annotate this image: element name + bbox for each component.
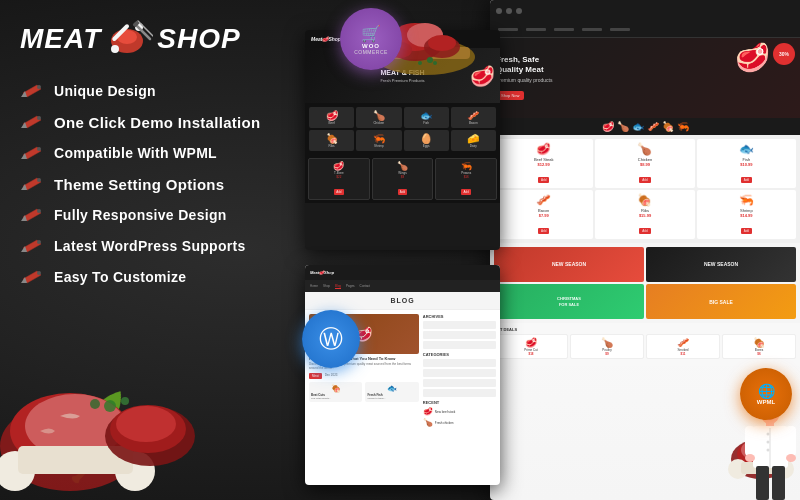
cat-grid-img-7: 🥚 xyxy=(407,133,446,144)
svg-point-13 xyxy=(37,240,41,244)
svg-point-2 xyxy=(111,45,119,53)
product-img-1: 🥩 xyxy=(497,142,590,156)
blog-browser-header: Meat🥩Shop xyxy=(305,265,500,280)
hot-product-2: 🍗 Poultry $9 xyxy=(570,334,644,359)
svg-point-25 xyxy=(433,61,437,65)
blog-nav-contact: Contact xyxy=(360,284,370,288)
knife-svg-2 xyxy=(21,114,43,130)
svg-point-12 xyxy=(37,209,41,213)
more-products-section: HOT DEALS 🥩 Prime Cut $18 🍗 Poultry $9 🥓… xyxy=(490,323,800,365)
nav-item-mock-4 xyxy=(610,28,630,31)
wpml-label: WPML xyxy=(757,399,775,405)
category-icons: 🥩 🍗 🐟 🥓 🍖 🦐 xyxy=(493,121,797,132)
cat-grid-6: 🦐 Shrimp xyxy=(356,130,401,151)
dark-prod-img-2: 🍗 xyxy=(375,161,431,171)
knife-svg-1 xyxy=(21,83,43,99)
product-card-5: 🍖 Ribs $15.99 Add xyxy=(595,190,694,239)
hero-button[interactable]: Shop Now xyxy=(496,91,524,100)
sidebar-recent-title: RECENT xyxy=(423,400,496,405)
woo-icon: 🛒 xyxy=(361,24,381,43)
sale-percent: 30% xyxy=(779,51,789,57)
feature-item-wp-supports: Latest WordPress Supports xyxy=(20,237,310,255)
product-card-4: 🥓 Bacon $7.99 Add xyxy=(494,190,593,239)
feature-item-responsive: Fully Responsive Design xyxy=(20,206,310,224)
product-img-3: 🐟 xyxy=(700,142,793,156)
product-price-3: $10.99 xyxy=(700,162,793,167)
blog-nav-bar: Home Shop Blog Pages Contact xyxy=(305,280,500,292)
feature-label-6: Latest WordPress Supports xyxy=(54,238,246,254)
blog-nav-blog: Blog xyxy=(335,284,341,289)
product-price-6: $14.99 xyxy=(700,213,793,218)
pencil-icon-7 xyxy=(20,268,44,286)
left-panel: Meat Shop xyxy=(0,0,330,500)
dark-prod-btn-3[interactable]: Add xyxy=(461,189,470,195)
category-icons-row: 🥩 🍗 🐟 🥓 🍖 🦐 xyxy=(490,118,800,135)
hot-product-price-1: $18 xyxy=(497,352,565,356)
section-heading: HOT DEALS xyxy=(494,327,796,332)
nav-item-mock-1 xyxy=(526,28,546,31)
recent-text-1: New beef stock xyxy=(435,410,456,414)
banner-new-season-2: NEW SEASON xyxy=(646,247,796,282)
woo-sublabel: COMMERCE xyxy=(354,49,388,55)
product-img-4: 🥓 xyxy=(497,193,590,207)
product-card-3: 🐟 Fish $10.99 Add xyxy=(697,139,796,188)
svg-point-21 xyxy=(428,35,456,51)
svg-point-50 xyxy=(745,454,755,462)
product-btn-5[interactable]: Add xyxy=(639,228,650,234)
product-price-5: $15.99 xyxy=(598,213,691,218)
nav-item-mock-2 xyxy=(554,28,574,31)
hot-product-img-2: 🍗 xyxy=(573,337,641,348)
dark-prod-btn-1[interactable]: Add xyxy=(334,189,343,195)
cat-grid-2: 🍗 Chicken xyxy=(356,107,401,128)
recent-img-1: 🥩 xyxy=(423,407,433,416)
pencil-icon-3 xyxy=(20,144,44,162)
wp-icon: Ⓦ xyxy=(319,323,343,355)
product-btn-6[interactable]: Add xyxy=(741,228,752,234)
dark-prod-2: 🍗 Wings $9 Add xyxy=(372,158,434,200)
knife-svg-5 xyxy=(21,207,43,223)
feature-item-theme-settings: Theme Setting Options xyxy=(20,175,310,193)
sidebar-cat-3 xyxy=(423,379,496,387)
svg-point-8 xyxy=(37,85,41,89)
hot-product-4: 🍖 Bones $6 xyxy=(722,334,796,359)
product-btn-4[interactable]: Add xyxy=(538,228,549,234)
cat-grid-label-2: Chicken xyxy=(359,121,398,125)
hot-product-price-2: $9 xyxy=(573,352,641,356)
svg-rect-52 xyxy=(756,466,769,500)
svg-point-46 xyxy=(767,441,770,444)
feature-item-unique-design: Unique Design xyxy=(20,82,310,100)
wpml-badge: 🌐 WPML xyxy=(740,368,792,420)
product-btn-2[interactable]: Add xyxy=(639,177,650,183)
hot-product-3: 🥓 Smoked $11 xyxy=(646,334,720,359)
sidebar-cat-2 xyxy=(423,369,496,377)
dark-prod-3: 🦐 Prawns $16 Add xyxy=(435,158,497,200)
sidebar-recent-1: 🥩 New beef stock xyxy=(423,407,496,416)
logo-svg xyxy=(105,19,153,59)
cat-grid-label-8: Dairy xyxy=(454,144,493,148)
logo-text-left: Meat xyxy=(20,23,101,55)
wordpress-badge: Ⓦ xyxy=(302,310,360,368)
feature-item-wpml: Compatible With WPML xyxy=(20,144,310,162)
cat-grid-3: 🐟 Fish xyxy=(404,107,449,128)
dark-prod-btn-2[interactable]: Add xyxy=(398,189,407,195)
product-price-4: $7.99 xyxy=(497,213,590,218)
svg-point-9 xyxy=(37,116,41,120)
blog-sidebar: ARCHIVES CATEGORIES RECENT 🥩 New beef st… xyxy=(423,314,496,427)
cat-icon-3: 🐟 xyxy=(632,121,644,132)
blog-mini-img-2: 🐟 xyxy=(367,384,416,393)
hot-product-img-4: 🍖 xyxy=(725,337,793,348)
mockup2-category-grid: 🥩 Beef 🍗 Chicken 🐟 Fish 🥓 Bacon 🍖 Ribs 🦐 xyxy=(305,103,500,155)
feature-label-3: Compatible With WPML xyxy=(54,145,217,161)
mockup-nav xyxy=(490,22,800,38)
feature-label-5: Fully Responsive Design xyxy=(54,207,227,223)
svg-point-23 xyxy=(427,57,433,63)
product-img-2: 🍗 xyxy=(598,142,691,156)
recent-img-2: 🍗 xyxy=(423,418,433,427)
feature-label-1: Unique Design xyxy=(54,83,156,99)
feature-item-demo: One Click Demo Installation xyxy=(20,113,310,131)
svg-point-45 xyxy=(767,433,770,436)
product-btn-3[interactable]: Add xyxy=(741,177,752,183)
sale-badge: 30% xyxy=(773,43,795,65)
product-btn-1[interactable]: Add xyxy=(538,177,549,183)
pencil-icon-5 xyxy=(20,206,44,224)
